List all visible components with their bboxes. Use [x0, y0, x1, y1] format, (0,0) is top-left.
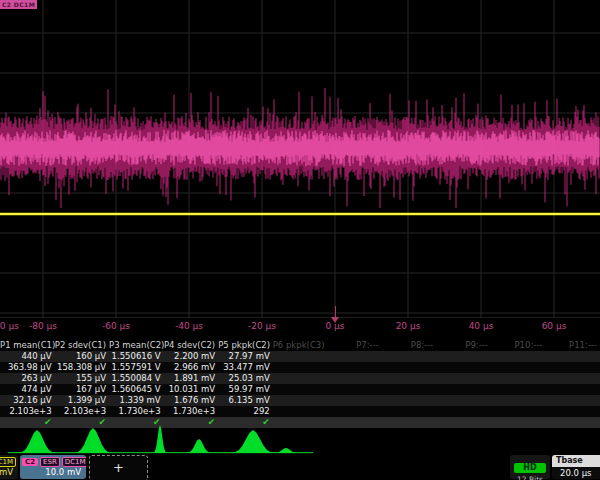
- c2-vertical-scale: 10.0 mV: [20, 467, 86, 478]
- time-axis-label: -80 µs: [29, 321, 57, 331]
- param-value: [491, 406, 546, 417]
- param-header[interactable]: P3 mean(C2): [109, 340, 164, 351]
- param-value: [273, 406, 328, 417]
- table-row: 263 µV155 µV1.550084 V1.891 mV25.03 mV: [0, 373, 600, 384]
- time-axis-label: 40 µs: [469, 321, 494, 331]
- param-value: [491, 351, 546, 362]
- param-value: 1.339 mV: [109, 395, 164, 406]
- param-value: [436, 406, 491, 417]
- time-axis-label: -40 µs: [175, 321, 203, 331]
- param-value: 6.135 mV: [218, 395, 273, 406]
- time-axis-label: -20 µs: [248, 321, 276, 331]
- table-row: 440 µV160 µV1.550616 V2.200 mV27.97 mV: [0, 351, 600, 362]
- table-header-row: P1 mean(C1)P2 sdev(C1)P3 mean(C2)P4 sdev…: [0, 340, 600, 351]
- oscilloscope-screen: C2 DC1M -100 µs-80 µs-60 µs-40 µs-20 µs0…: [0, 0, 600, 480]
- param-value: 158.308 µV: [55, 362, 110, 373]
- histicon: [16, 430, 58, 453]
- param-value: 167 µV: [55, 384, 110, 395]
- param-value: 2.200 mV: [164, 351, 219, 362]
- channel-c2-descriptor[interactable]: C2 ESR DC1M 10.0 mV: [20, 455, 86, 479]
- param-header[interactable]: P2 sdev(C1): [55, 340, 110, 351]
- param-value: [273, 395, 328, 406]
- param-value: [382, 406, 437, 417]
- param-value: 1.550616 V: [109, 351, 164, 362]
- timebase-descriptor[interactable]: Tbase 20.0 µs: [552, 455, 600, 479]
- param-header[interactable]: P7:---: [327, 340, 382, 351]
- trigger-position-marker[interactable]: [331, 317, 339, 323]
- time-axis-label: -100 µs: [0, 321, 19, 331]
- measurement-table: P1 mean(C1)P2 sdev(C1)P3 mean(C2)P4 sdev…: [0, 340, 600, 428]
- param-value: [491, 373, 546, 384]
- param-value: 32.16 µV: [0, 395, 55, 406]
- param-value: 474 µV: [0, 384, 55, 395]
- param-value: [273, 362, 328, 373]
- param-value: [545, 362, 600, 373]
- param-value: [327, 395, 382, 406]
- param-value: 1.399 µV: [55, 395, 110, 406]
- descriptor-bar: C1 DC1M 10.0 mV C2 ESR DC1M 10.0 mV + HD…: [0, 455, 600, 480]
- histicon: [72, 428, 114, 453]
- histogram-icons: [0, 423, 600, 455]
- param-value: [436, 351, 491, 362]
- param-header[interactable]: P4 sdev(C2): [164, 340, 219, 351]
- param-value: 1.557591 V: [109, 362, 164, 373]
- time-axis-label: 60 µs: [542, 321, 567, 331]
- table-row: 474 µV167 µV1.560645 V10.031 mV59.97 mV: [0, 384, 600, 395]
- c1-vertical-scale: 10.0 mV: [0, 467, 18, 478]
- param-value: [491, 395, 546, 406]
- param-value: [327, 373, 382, 384]
- table-row: 2.103e+32.103e+31.730e+31.730e+3292: [0, 406, 600, 417]
- c2-trace-badge: C2 DC1M: [0, 0, 37, 9]
- timebase-scale: 20.0 µs: [552, 467, 600, 479]
- param-value: 27.97 mV: [218, 351, 273, 362]
- param-header[interactable]: P9:---: [436, 340, 491, 351]
- time-axis: -100 µs-80 µs-60 µs-40 µs-20 µs0 µs20 µs…: [0, 321, 600, 334]
- c2-esr-badge: ESR: [40, 457, 60, 467]
- param-value: [436, 395, 491, 406]
- param-value: [382, 395, 437, 406]
- table-row: 32.16 µV1.399 µV1.339 mV1.676 mV6.135 mV: [0, 395, 600, 406]
- param-value: 2.103e+3: [0, 406, 55, 417]
- param-value: 1.891 mV: [164, 373, 219, 384]
- hd-mode-indicator[interactable]: HD 12 Bits: [510, 455, 550, 479]
- waveform-grid[interactable]: [0, 0, 600, 318]
- param-value: [436, 362, 491, 373]
- param-value: 1.550084 V: [109, 373, 164, 384]
- param-value: [545, 351, 600, 362]
- add-channel-button[interactable]: +: [89, 455, 148, 480]
- param-value: [327, 406, 382, 417]
- histicon: [152, 425, 167, 453]
- param-value: 1.676 mV: [164, 395, 219, 406]
- param-value: 1.730e+3: [109, 406, 164, 417]
- param-value: 1.730e+3: [164, 406, 219, 417]
- histicon: [185, 439, 213, 453]
- param-header[interactable]: P1 mean(C1): [0, 340, 55, 351]
- param-header[interactable]: P8:---: [382, 340, 437, 351]
- param-value: [327, 384, 382, 395]
- param-value: [545, 395, 600, 406]
- param-value: [545, 384, 600, 395]
- param-value: [491, 384, 546, 395]
- histicon: [229, 430, 278, 453]
- param-value: [327, 362, 382, 373]
- param-value: 2.103e+3: [55, 406, 110, 417]
- param-header[interactable]: P6 pkpk(C3): [273, 340, 328, 351]
- param-value: [382, 351, 437, 362]
- time-axis-label: -60 µs: [102, 321, 130, 331]
- param-header[interactable]: P11:---: [545, 340, 600, 351]
- param-value: 59.97 mV: [218, 384, 273, 395]
- param-value: 33.477 mV: [218, 362, 273, 373]
- channel-c1-descriptor[interactable]: C1 DC1M 10.0 mV: [0, 455, 18, 479]
- param-header[interactable]: P5 pkpk(C2): [218, 340, 273, 351]
- hd-badge: HD: [514, 463, 546, 473]
- param-value: 10.031 mV: [164, 384, 219, 395]
- param-value: 160 µV: [55, 351, 110, 362]
- time-axis-label: 20 µs: [396, 321, 421, 331]
- param-value: 440 µV: [0, 351, 55, 362]
- param-value: [545, 406, 600, 417]
- param-value: 292: [218, 406, 273, 417]
- param-header[interactable]: P10:---: [491, 340, 546, 351]
- param-value: 263 µV: [0, 373, 55, 384]
- param-value: [436, 384, 491, 395]
- param-value: [382, 373, 437, 384]
